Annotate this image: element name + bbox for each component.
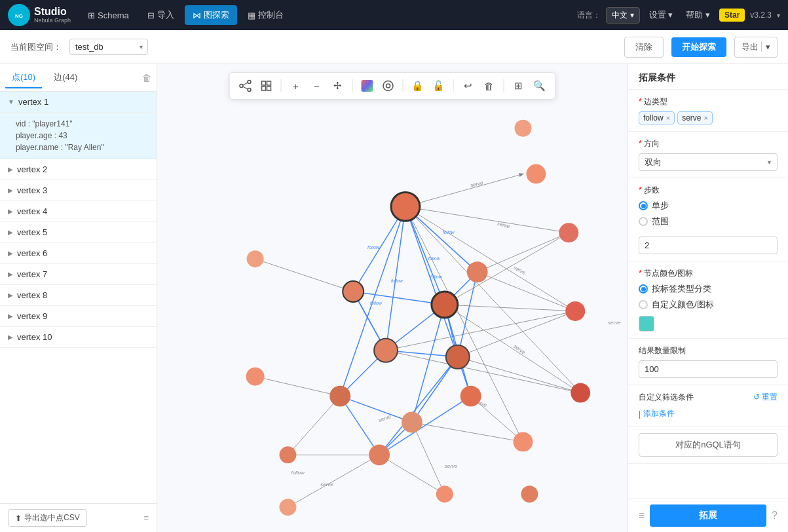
svg-text:follow: follow: [430, 275, 443, 279]
svg-point-91: [513, 432, 533, 451]
svg-line-50: [405, 206, 458, 356]
add-condition-button[interactable]: | 添加条件: [639, 408, 778, 419]
svg-point-76: [391, 192, 420, 221]
svg-line-18: [445, 233, 569, 305]
color-by-label-option[interactable]: 按标签类型分类: [639, 283, 778, 295]
node-color-swatch[interactable]: [639, 316, 654, 332]
remove-follow-tag[interactable]: ×: [666, 114, 670, 122]
svg-point-77: [432, 292, 458, 318]
nav-schema[interactable]: ⊞ Schema: [80, 7, 137, 24]
tab-edges[interactable]: 边(44): [47, 67, 84, 88]
expand-arrow-icon: ▼: [8, 98, 14, 105]
svg-point-85: [369, 444, 390, 465]
zoom-out-btn[interactable]: −: [308, 77, 326, 95]
start-explore-button[interactable]: 开始探索: [671, 37, 726, 57]
step-range-radio[interactable]: [639, 217, 648, 226]
svg-text:NG: NG: [15, 13, 23, 19]
svg-line-64: [340, 396, 379, 455]
vertex-item-4[interactable]: ▶ vertex 4: [0, 201, 157, 222]
svg-point-84: [460, 386, 481, 407]
svg-point-12: [386, 84, 390, 88]
nql-button[interactable]: 对应的nGQL语句: [639, 433, 778, 457]
vertex-item-5[interactable]: ▶ vertex 5: [0, 222, 157, 243]
settings-panel-icon[interactable]: ≡: [143, 513, 149, 523]
svg-point-11: [383, 81, 393, 91]
search-graph-btn[interactable]: 🔍: [531, 77, 549, 95]
vertex-item-7[interactable]: ▶ vertex 7: [0, 264, 157, 285]
lock-btn[interactable]: 🔒: [409, 77, 427, 95]
steps-value-input[interactable]: [639, 237, 778, 254]
panel-delete-icon[interactable]: 🗑: [142, 73, 151, 83]
nav-import[interactable]: ⊟ 导入: [140, 5, 182, 25]
help-circle-icon[interactable]: ?: [772, 510, 778, 522]
right-footer: ≡ 拓展 ?: [628, 499, 788, 532]
panel-settings-icon[interactable]: ≡: [639, 510, 645, 522]
delete-btn[interactable]: 🗑: [480, 77, 498, 95]
result-limit-input[interactable]: [639, 360, 778, 378]
direction-label: 方向: [639, 138, 778, 149]
zoom-in-btn[interactable]: +: [287, 77, 305, 95]
layout-tool-btn[interactable]: [236, 77, 255, 95]
toolbar: 当前图空间： test_db 清除 开始探索 导出 ▾: [0, 30, 788, 64]
top-nav: NG Studio Nebula Graph ⊞ Schema ⊟ 导入 ⋈ 图…: [0, 0, 788, 30]
remove-serve-tag[interactable]: ×: [704, 114, 707, 122]
svg-line-5: [243, 83, 248, 85]
edge-type-tags: follow × serve ×: [639, 111, 778, 124]
export-button[interactable]: 导出 ▾: [734, 37, 778, 58]
language-selector[interactable]: 中文 ▾: [606, 7, 640, 24]
vertex-item-2[interactable]: ▶ vertex 2: [0, 159, 157, 180]
expand-arrow-icon-8: ▶: [8, 292, 13, 299]
refresh-icon: ↺: [753, 392, 760, 402]
nav-explore[interactable]: ⋈ 图探索: [185, 5, 237, 25]
edge-tag-serve: serve ×: [677, 111, 713, 124]
svg-text:follow: follow: [291, 470, 305, 476]
svg-text:serve: serve: [378, 413, 392, 423]
select-tool-btn[interactable]: [257, 77, 276, 95]
vertex-item-6[interactable]: ▶ vertex 6: [0, 243, 157, 264]
color-custom-option[interactable]: 自定义颜色/图标: [639, 299, 778, 311]
fit-screen-btn[interactable]: ✢: [329, 77, 347, 95]
expand-arrow-icon-9: ▶: [8, 313, 13, 320]
filter-btn[interactable]: [379, 77, 398, 95]
step-range-option[interactable]: 范围: [639, 216, 778, 227]
star-button[interactable]: Star: [719, 9, 745, 22]
vertex-item-1[interactable]: ▼ vertex 1: [0, 92, 157, 113]
space-selector[interactable]: test_db: [69, 39, 148, 55]
help-button[interactable]: 帮助 ▾: [682, 7, 714, 24]
custom-filter-label: 自定义筛选条件: [639, 392, 694, 403]
logo-title: Studio: [34, 7, 71, 17]
svg-text:serve: serve: [320, 482, 333, 487]
graph-visualization[interactable]: serve serve serve serve serve serve serv…: [157, 64, 628, 532]
tab-vertices[interactable]: 点(10): [5, 67, 42, 88]
svg-line-63: [379, 357, 458, 455]
step-single-radio[interactable]: [639, 201, 648, 210]
expand-button[interactable]: 拓展: [650, 504, 766, 527]
reset-filter-button[interactable]: ↺ 重置: [753, 392, 778, 403]
vertex-item-3[interactable]: ▶ vertex 3: [0, 180, 157, 201]
version-label: v3.2.3: [750, 10, 772, 20]
nav-console[interactable]: ▦ 控制台: [240, 5, 291, 25]
svg-line-65: [340, 396, 412, 423]
unlock-btn[interactable]: 🔓: [430, 77, 448, 95]
settings-button[interactable]: 设置 ▾: [645, 7, 677, 24]
color-by-label-radio[interactable]: [639, 284, 648, 294]
vertex-item-9[interactable]: ▶ vertex 9: [0, 306, 157, 327]
svg-text:follow: follow: [391, 278, 403, 283]
step-single-option[interactable]: 单步: [639, 200, 778, 212]
color-custom-radio[interactable]: [639, 300, 648, 309]
table-view-btn[interactable]: ⊞: [510, 77, 528, 95]
vertex-item-10[interactable]: ▶ vertex 10: [0, 327, 157, 348]
undo-btn[interactable]: ↩: [459, 77, 478, 95]
result-limit-section: 结果数量限制: [628, 339, 788, 385]
svg-line-19: [445, 305, 575, 311]
expand-arrow-icon-3: ▶: [8, 187, 13, 194]
color-picker-btn[interactable]: [358, 77, 377, 95]
clear-button[interactable]: 清除: [624, 37, 664, 58]
direction-selector[interactable]: 双向 出边 入边: [639, 153, 778, 171]
vertex-item-8[interactable]: ▶ vertex 8: [0, 285, 157, 306]
svg-rect-9: [262, 86, 266, 90]
export-arrow-icon: ▾: [761, 42, 770, 52]
svg-line-22: [386, 311, 575, 351]
export-csv-button[interactable]: ⬆ 导出选中点CSV: [8, 509, 87, 527]
svg-rect-7: [262, 81, 266, 85]
